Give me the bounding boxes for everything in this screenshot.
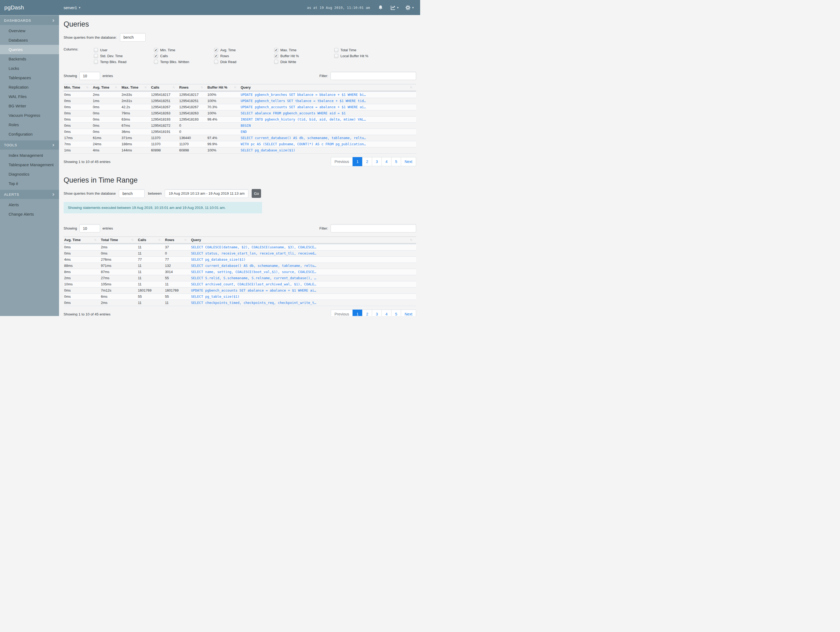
sidebar-item-top-k[interactable]: Top k (0, 179, 59, 188)
query-link[interactable]: SELECT archived_count, COALESCE(last_arc… (191, 281, 416, 288)
query-link[interactable]: UPDATE pgbench_tellers SET tbalance = tb… (240, 98, 416, 104)
pagination-previous[interactable]: Previous (331, 157, 353, 166)
sidebar-item-alerts[interactable]: Alerts (0, 200, 59, 209)
checkbox-temp-blks-read[interactable]: Temp Blks. Read (94, 59, 154, 65)
query-link[interactable]: SELECT S.relid, S.schemaname, S.relname,… (191, 275, 416, 281)
pagination-page-1[interactable]: 1 (352, 157, 362, 166)
sidebar: DASHBOARDS>OverviewDatabasesQueriesBacke… (0, 15, 59, 316)
pagination-page-2[interactable]: 2 (362, 157, 372, 166)
column-header-query[interactable]: ↑↓Query (191, 237, 416, 244)
query-link[interactable]: SELECT COALESCE(datname, $2), COALESCE(u… (191, 244, 416, 250)
sidebar-item-configuration[interactable]: Configuration (0, 130, 59, 139)
sidebar-section-tools[interactable]: TOOLS> (0, 140, 59, 149)
server-selector[interactable]: server1 ▾ (63, 5, 81, 10)
column-header-avg-time[interactable]: ↑↓Avg. Time (63, 237, 100, 244)
query-link[interactable]: SELECT current_database() AS db, scheman… (240, 135, 416, 141)
sidebar-item-change-alerts[interactable]: Change Alerts (0, 209, 59, 219)
column-header-max-time[interactable]: ↑↓Max. Time (121, 84, 150, 91)
query-link[interactable]: BEGIN (240, 123, 416, 129)
sidebar-item-index-management[interactable]: Index Management (0, 150, 59, 160)
pagination-page-5[interactable]: 5 (391, 157, 401, 166)
sidebar-item-roles[interactable]: Roles (0, 120, 59, 130)
pagination-page-4[interactable]: 4 (382, 157, 392, 166)
notifications-button[interactable] (378, 5, 384, 11)
checkbox-rows[interactable]: Rows (214, 53, 274, 59)
filter-input[interactable] (330, 224, 416, 233)
column-header-buffer-hit[interactable]: ↑↓Buffer Hit % (207, 84, 240, 91)
query-link[interactable]: SELECT current_database() AS db, scheman… (191, 263, 416, 269)
sidebar-item-wal-files[interactable]: WAL Files (0, 92, 59, 101)
sidebar-item-databases[interactable]: Databases (0, 35, 59, 45)
pagination-next[interactable]: Next (401, 157, 416, 166)
time-range-input[interactable] (165, 189, 248, 198)
sidebar-item-tablespaces[interactable]: Tablespaces (0, 73, 59, 82)
sidebar-item-queries[interactable]: Queries (0, 45, 59, 54)
query-link[interactable]: SELECT pg_database_size($1) (191, 257, 416, 263)
query-link[interactable]: SELECT checkpoints_timed, checkpoints_re… (191, 300, 416, 306)
pagination-page-5[interactable]: 5 (391, 310, 401, 316)
sidebar-item-locks[interactable]: Locks (0, 63, 59, 73)
brand-logo[interactable]: pgDash (0, 4, 59, 11)
query-link[interactable]: WITH pc AS (SELECT pubname, COUNT(*) AS … (240, 141, 416, 147)
checkbox-min-time[interactable]: Min. Time (154, 47, 214, 53)
pagination-previous[interactable]: Previous (331, 310, 353, 316)
pagination-page-2[interactable]: 2 (362, 310, 372, 316)
checkbox-disk-write[interactable]: Disk Write (274, 59, 334, 65)
pagination-page-3[interactable]: 3 (372, 157, 382, 166)
query-link[interactable]: UPDATE pgbench_branches SET bbalance = b… (240, 91, 416, 98)
query-link[interactable]: END (240, 129, 416, 135)
checkbox-std-dev-time[interactable]: Std. Dev. Time (94, 53, 154, 59)
query-link[interactable]: INSERT INTO pgbench_history (tid, bid, a… (240, 117, 416, 123)
checkbox-avg-time[interactable]: Avg. Time (214, 47, 274, 53)
sidebar-item-vacuum-progress[interactable]: Vacuum Progress (0, 111, 59, 120)
query-link[interactable]: SELECT pg_database_size($1) (240, 147, 416, 154)
go-button[interactable]: Go (252, 189, 261, 198)
column-header-calls[interactable]: ↑↓Calls (137, 237, 164, 244)
pagination-page-4[interactable]: 4 (382, 310, 392, 316)
query-link[interactable]: UPDATE pgbench_accounts SET abalance = a… (240, 104, 416, 110)
data-cell: 55 (137, 294, 164, 300)
column-header-avg-time[interactable]: ↑↓Avg. Time (92, 84, 121, 91)
checkbox-total-time[interactable]: Total Time (334, 47, 395, 53)
pagination-page-3[interactable]: 3 (372, 310, 382, 316)
checkbox-local-buffer-hit[interactable]: Local Buffer Hit % (334, 53, 395, 59)
column-header-calls[interactable]: ↑↓Calls (150, 84, 179, 91)
sort-icon: ↑↓ (172, 86, 174, 89)
pagination-next[interactable]: Next (401, 310, 416, 316)
column-header-query[interactable]: ↑↓Query (240, 84, 416, 91)
checkbox-disk-read[interactable]: Disk Read (214, 59, 274, 65)
checkbox-calls[interactable]: Calls (154, 53, 214, 59)
column-header-total-time[interactable]: ↑↓Total Time (100, 237, 137, 244)
query-link[interactable]: SELECT name, setting, COALESCE(boot_val,… (191, 269, 416, 275)
database-input[interactable] (119, 189, 145, 198)
query-link[interactable]: SELECT abalance FROM pgbench_accounts WH… (240, 110, 416, 117)
page-size-input[interactable] (79, 72, 100, 80)
table-row: 7ms24ms188ms113701137099.9%WITH pc AS (S… (63, 141, 416, 147)
query-link[interactable]: SELECT pg_table_size($1) (191, 294, 416, 300)
checkbox-user[interactable]: User (94, 47, 154, 53)
sidebar-section-dashboards[interactable]: DASHBOARDS> (0, 16, 59, 25)
query-link[interactable]: UPDATE pgbench_accounts SET abalance = a… (191, 288, 416, 294)
filter-input[interactable] (330, 72, 416, 80)
sidebar-item-replication[interactable]: Replication (0, 82, 59, 92)
column-header-rows[interactable]: ↑↓Rows (179, 84, 207, 91)
sidebar-item-tablespace-management[interactable]: Tablespace Management (0, 160, 59, 169)
sidebar-item-overview[interactable]: Overview (0, 26, 59, 35)
data-cell: 100% (207, 98, 240, 104)
query-link[interactable]: SELECT status, receive_start_lsn, receiv… (191, 250, 416, 257)
database-input[interactable] (120, 33, 146, 42)
data-cell: 0ms (63, 98, 92, 104)
column-header-min-time[interactable]: ↑↓Min. Time (63, 84, 92, 91)
checkbox-temp-blks-written[interactable]: Temp Blks. Written (154, 59, 214, 65)
sidebar-section-alerts[interactable]: ALERTS> (0, 190, 59, 199)
pagination-page-1[interactable]: 1 (352, 310, 362, 316)
sidebar-item-diagnostics[interactable]: Diagnostics (0, 169, 59, 179)
column-header-rows[interactable]: ↑↓Rows (164, 237, 191, 244)
checkbox-max-time[interactable]: Max. Time (274, 47, 334, 53)
checkbox-buffer-hit[interactable]: Buffer Hit % (274, 53, 334, 59)
sidebar-item-backends[interactable]: Backends (0, 54, 59, 63)
charts-menu-button[interactable]: ▾ (390, 5, 399, 11)
settings-menu-button[interactable]: ▾ (405, 5, 414, 11)
sidebar-item-bg-writer[interactable]: BG Writer (0, 101, 59, 111)
page-size-input[interactable] (79, 224, 100, 233)
